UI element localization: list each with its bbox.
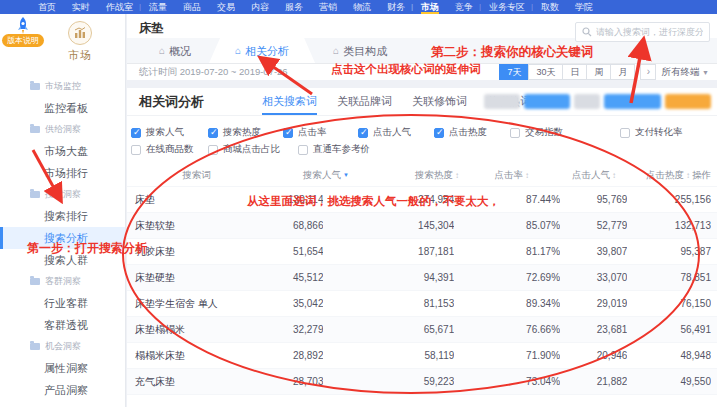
terminal-filter-dropdown[interactable]: 所有终端 ▼ <box>661 66 709 79</box>
module-label: 市场 <box>40 48 120 63</box>
chevron-down-icon: ▼ <box>702 69 709 76</box>
nav-item[interactable]: 商品 <box>175 0 209 14</box>
main-tab[interactable]: ⌂ 相关分析 <box>209 38 315 63</box>
click-popularity-cell: 52,779 <box>560 220 627 231</box>
sort-icon[interactable] <box>686 169 690 180</box>
sidebar-item[interactable]: 属性洞察 <box>0 357 125 379</box>
metric-checkbox[interactable]: 搜索人气 <box>131 126 208 139</box>
module-switcher[interactable]: 市场 <box>40 21 120 63</box>
column-header[interactable]: 搜索人气 <box>213 169 349 182</box>
nav-item[interactable]: 物流 <box>345 0 379 14</box>
subtab[interactable]: 关联修饰词 <box>412 88 467 115</box>
search-heat-cell: 145,304 <box>323 220 454 231</box>
column-label: 点击人气 <box>572 169 610 180</box>
sidebar-item-label: 搜索洞察 <box>45 188 81 201</box>
sidebar-item[interactable]: 搜索洞察 <box>0 184 125 205</box>
nav-item[interactable]: 业务专区 <box>481 0 533 14</box>
sidebar-item[interactable]: 搜索人群 <box>0 249 125 271</box>
range-button[interactable]: 日 <box>562 64 587 80</box>
column-header[interactable]: 搜索词 <box>131 169 213 182</box>
sidebar-item-label: 市场排行 <box>44 166 88 181</box>
nav-item[interactable]: 学院 <box>567 0 601 14</box>
version-badge[interactable]: 版本说明 <box>2 34 44 47</box>
nav-item[interactable]: 财务 <box>379 0 413 14</box>
metric-checkbox[interactable]: 搜索热度 <box>208 126 283 139</box>
column-header[interactable]: 点击率 <box>459 169 529 182</box>
column-header[interactable]: 点击人气 <box>529 169 616 182</box>
sidebar-item[interactable]: 客群洞察 <box>0 271 125 292</box>
sidebar-item-label: 属性洞察 <box>44 361 88 376</box>
sidebar: 版本说明 市场 市场监控 监控看板 供给洞察 <box>0 14 126 407</box>
sidebar-item[interactable]: 搜索分析 <box>0 227 125 249</box>
sidebar-item[interactable]: 市场排行 <box>0 162 125 184</box>
metric-label: 点击人气 <box>373 126 411 139</box>
metric-checkbox[interactable]: 点击人气 <box>358 126 434 139</box>
metric-checkbox[interactable]: 点击热度 <box>434 126 510 139</box>
sidebar-item[interactable]: 客群透视 <box>0 314 125 336</box>
checkbox-icon <box>620 128 630 138</box>
sidebar-item[interactable]: 搜索排行 <box>0 205 125 227</box>
range-button[interactable]: 30天 <box>528 64 563 80</box>
metric-checkbox[interactable]: 点击率 <box>283 126 358 139</box>
nav-item[interactable]: 内容 <box>243 0 277 14</box>
metric-label: 搜索热度 <box>223 126 261 139</box>
column-header[interactable]: 操作 <box>692 169 713 182</box>
main-tab[interactable]: ⌂ 概况 <box>141 38 209 63</box>
metric-checkbox[interactable]: 商城点击占比 <box>208 143 298 156</box>
column-header[interactable]: 搜索热度 <box>349 169 459 182</box>
nav-item[interactable]: 竞争 <box>447 0 481 14</box>
rocket-logo-icon[interactable] <box>13 16 33 36</box>
sidebar-item[interactable]: 产品洞察 <box>0 379 125 401</box>
nav-item[interactable]: 营销 <box>311 0 345 14</box>
nav-item[interactable]: 流量 <box>141 0 175 14</box>
sidebar-item[interactable]: 市场监控 <box>0 76 125 97</box>
click-popularity-cell: 29,019 <box>560 298 627 309</box>
keyword-search-box <box>575 22 710 42</box>
sidebar-item-label: 机会洞察 <box>45 340 81 353</box>
filter-row-2: 在线商品数 商城点击占比 直通车参考价 <box>131 141 717 158</box>
range-button[interactable]: 周 <box>586 64 611 80</box>
nav-item[interactable]: 实时 <box>64 0 98 14</box>
sidebar-item[interactable]: 机会洞察 <box>0 336 125 357</box>
main-tab[interactable]: ⌂ 类目构成 <box>315 38 405 63</box>
column-label: 搜索词 <box>183 169 212 180</box>
nav-item[interactable]: 取数 <box>533 0 567 14</box>
search-input[interactable] <box>596 27 703 37</box>
range-button[interactable]: 月 <box>610 64 635 80</box>
sidebar-item[interactable]: 监控看板 <box>0 97 125 119</box>
search-heat-cell: 59,223 <box>323 376 454 387</box>
censored-button[interactable] <box>524 94 570 109</box>
stats-row: 统计时间 2019-07-20 ~ 2019-07-26 7天 30天 日 周 … <box>127 64 717 80</box>
sidebar-item-label: 搜索排行 <box>44 209 88 224</box>
metric-filters: 搜索人气 搜索热度 点击率 点击人气 <box>127 116 717 163</box>
sidebar-item[interactable]: 供给洞察 <box>0 119 125 140</box>
nav-item[interactable]: 作战室 <box>98 0 141 14</box>
subtab[interactable]: 相关搜索词 <box>262 88 317 115</box>
click-rate-cell: 89.34% <box>454 298 560 309</box>
censored-button[interactable] <box>665 94 711 109</box>
column-header[interactable]: 点击热度 <box>616 169 692 182</box>
metric-label: 点击热度 <box>449 126 487 139</box>
subtab[interactable]: 关联品牌词 <box>337 88 392 115</box>
search-popularity-cell: 35,042 <box>245 298 324 309</box>
sidebar-item[interactable]: 行业客群 <box>0 292 125 314</box>
search-popularity-cell: 130,114 <box>245 194 324 205</box>
range-button[interactable]: 7天 <box>499 64 529 80</box>
sidebar-item[interactable]: 市场大盘 <box>0 140 125 162</box>
metric-checkbox[interactable]: 交易指数 <box>510 126 620 139</box>
nav-item[interactable]: 服务 <box>277 0 311 14</box>
checkbox-icon <box>510 128 520 138</box>
nav-item[interactable]: 首页 <box>30 0 64 14</box>
censored-toolbar <box>484 94 711 109</box>
metric-checkbox[interactable]: 在线商品数 <box>131 143 208 156</box>
metric-checkbox[interactable]: 支付转化率 <box>620 126 683 139</box>
nav-item[interactable]: 市场 <box>413 0 447 14</box>
metric-checkbox[interactable]: 直通车参考价 <box>298 143 370 156</box>
next-page-button[interactable]: › <box>640 64 656 80</box>
click-heat-cell: 132,713 <box>627 220 711 231</box>
market-module-icon <box>68 21 92 45</box>
censored-button[interactable] <box>604 94 661 109</box>
click-heat-cell: 76,150 <box>627 298 711 309</box>
nav-item[interactable]: 交易 <box>209 0 243 14</box>
range-controls: 7天 30天 日 周 月 › 所有终端 ▼ <box>500 64 709 80</box>
